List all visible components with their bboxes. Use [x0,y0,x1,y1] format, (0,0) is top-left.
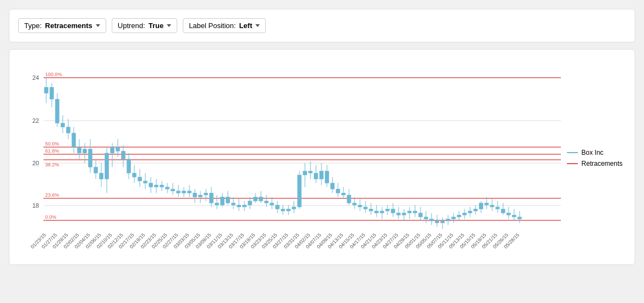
type-label: Type: [24,21,42,30]
y-label-22: 22 [32,117,39,124]
svg-rect-57 [171,189,175,191]
svg-rect-77 [226,197,230,203]
svg-rect-71 [210,193,214,203]
svg-rect-183 [518,217,522,219]
svg-rect-33 [105,153,109,179]
svg-rect-171 [485,203,489,205]
svg-rect-127 [364,207,368,209]
uptrend-dropdown-arrow [167,24,171,27]
svg-rect-21 [72,133,76,147]
box-inc-line [567,152,578,153]
svg-rect-169 [479,203,483,209]
svg-rect-25 [83,149,87,153]
svg-rect-87 [254,197,258,201]
svg-rect-83 [243,205,247,207]
svg-rect-153 [435,221,439,223]
ret-label-50: 50.0% [45,141,59,147]
label-position-value: Left [239,21,252,30]
svg-rect-105 [303,171,307,175]
svg-rect-53 [160,185,164,187]
svg-rect-99 [287,209,291,211]
svg-rect-143 [408,211,412,213]
svg-rect-181 [512,215,516,217]
svg-rect-97 [281,209,285,211]
svg-rect-113 [325,171,329,183]
y-label-20: 20 [32,160,39,166]
svg-rect-47 [144,181,148,183]
svg-rect-75 [221,197,225,205]
svg-rect-125 [358,205,362,207]
svg-rect-121 [347,195,351,203]
y-label-24: 24 [32,74,39,81]
svg-rect-69 [204,193,208,195]
controls-container: Type: Retracements Uptrend: True Label P… [18,18,626,33]
svg-rect-37 [116,147,120,151]
svg-rect-43 [133,173,137,177]
uptrend-dropdown[interactable]: Uptrend: True [112,18,177,33]
label-position-dropdown[interactable]: Label Position: Left [183,18,266,33]
chart-container: 24 22 20 18 100.0% 61.8% 50.0% 38.2% 23.… [16,56,628,260]
candles-group [45,77,522,229]
svg-rect-39 [122,151,125,159]
svg-rect-101 [292,207,296,209]
svg-rect-131 [375,211,379,213]
ret-label-618: 61.8% [45,148,59,154]
svg-rect-167 [474,209,478,211]
svg-rect-117 [336,189,340,193]
svg-rect-41 [127,159,131,173]
svg-rect-177 [501,209,505,213]
legend-box-inc: Box Inc [567,149,623,156]
svg-rect-129 [369,209,373,211]
svg-rect-133 [380,211,384,213]
svg-rect-89 [259,197,263,201]
svg-rect-149 [424,217,428,219]
controls-panel: Type: Retracements Uptrend: True Label P… [9,9,635,42]
svg-rect-109 [314,173,318,179]
svg-rect-23 [78,147,81,153]
svg-rect-81 [237,205,241,207]
svg-rect-151 [430,219,434,221]
svg-rect-31 [100,173,103,179]
label-position-dropdown-arrow [255,24,260,27]
svg-rect-119 [342,193,346,195]
svg-rect-155 [441,221,445,223]
svg-rect-27 [89,149,92,167]
svg-rect-107 [309,171,313,174]
svg-rect-137 [391,209,395,213]
svg-rect-29 [94,167,98,173]
type-value: Retracements [45,21,92,30]
type-dropdown[interactable]: Type: Retracements [18,18,106,33]
label-position-label: Label Position: [189,21,236,30]
retracements-line [567,163,578,164]
svg-rect-65 [193,193,197,197]
svg-rect-179 [507,213,511,215]
svg-rect-55 [166,187,170,190]
svg-rect-49 [149,183,153,187]
svg-rect-159 [452,217,456,219]
svg-rect-93 [270,203,274,205]
svg-rect-95 [276,205,280,209]
controls-row-1: Type: Retracements [18,18,106,33]
svg-rect-115 [331,183,335,189]
uptrend-value: True [149,21,163,30]
chart-panel: 24 22 20 18 100.0% 61.8% 50.0% 38.2% 23.… [9,49,635,265]
svg-rect-161 [457,215,461,217]
svg-rect-163 [463,213,467,215]
svg-rect-111 [320,171,324,180]
svg-rect-123 [353,203,357,205]
main-chart: 24 22 20 18 100.0% 61.8% 50.0% 38.2% 23.… [16,56,621,260]
svg-rect-45 [138,177,142,181]
uptrend-label: Uptrend: [118,21,145,30]
svg-rect-139 [397,213,401,215]
svg-rect-147 [419,213,423,217]
svg-rect-17 [61,123,65,127]
ret-label-382: 38.2% [45,162,59,167]
svg-rect-35 [111,147,114,153]
retracements-label: Retracements [581,160,623,167]
ret-label-0: 0.0% [45,214,57,220]
svg-rect-59 [177,191,181,193]
controls-row-2: Uptrend: True Label Position: Left [112,18,266,33]
svg-rect-63 [188,191,192,193]
svg-rect-165 [468,211,472,213]
svg-rect-175 [496,207,500,209]
